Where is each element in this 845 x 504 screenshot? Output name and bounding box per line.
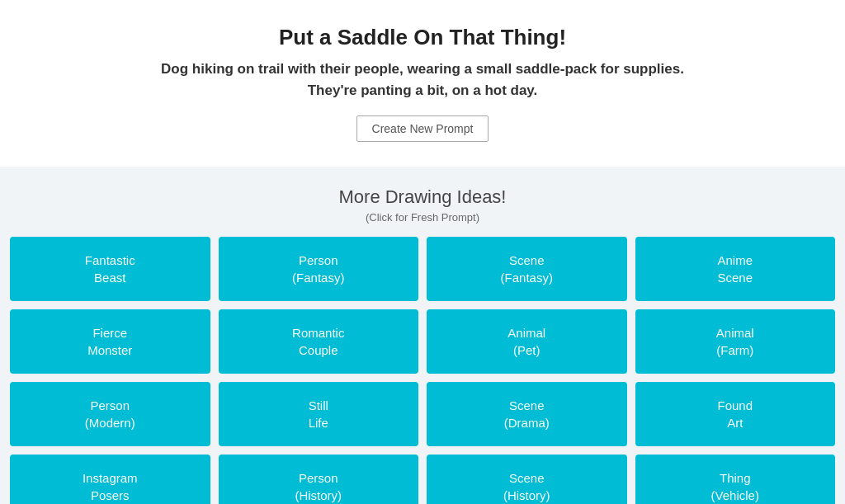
create-new-prompt-button[interactable]: Create New Prompt	[356, 115, 489, 142]
drawing-idea-item[interactable]: FoundArt	[635, 382, 836, 446]
drawing-ideas-title: More Drawing Ideas!	[10, 186, 835, 208]
drawing-idea-item[interactable]: Person(Modern)	[10, 382, 210, 446]
drawing-idea-item[interactable]: FierceMonster	[10, 309, 210, 374]
drawing-idea-item[interactable]: Animal(Pet)	[427, 309, 627, 374]
main-title: Put a Saddle On That Thing!	[17, 25, 828, 50]
drawing-idea-item[interactable]: Animal(Farm)	[635, 309, 836, 374]
drawing-ideas-grid: FantasticBeastPerson(Fantasy)Scene(Fanta…	[10, 237, 835, 504]
subtitle-line2: They're panting a bit, on a hot day.	[308, 82, 538, 98]
drawing-idea-item[interactable]: Scene(Fantasy)	[427, 237, 627, 301]
drawing-idea-item[interactable]: AnimeScene	[635, 237, 836, 301]
drawing-ideas-section: More Drawing Ideas! (Click for Fresh Pro…	[0, 167, 845, 504]
drawing-idea-item[interactable]: Scene(Drama)	[427, 382, 627, 446]
drawing-idea-item[interactable]: StillLife	[219, 382, 419, 446]
drawing-idea-item[interactable]: Thing(Vehicle)	[635, 455, 836, 504]
click-hint: (Click for Fresh Prompt)	[10, 211, 835, 224]
drawing-idea-item[interactable]: Scene(History)	[427, 455, 627, 504]
subtitle-line1: Dog hiking on trail with their people, w…	[161, 61, 684, 77]
drawing-idea-item[interactable]: InstagramPosers	[10, 455, 210, 504]
drawing-idea-item[interactable]: FantasticBeast	[10, 237, 210, 301]
drawing-idea-item[interactable]: Person(Fantasy)	[219, 237, 419, 301]
top-section: Put a Saddle On That Thing! Dog hiking o…	[0, 0, 845, 167]
drawing-idea-item[interactable]: RomanticCouple	[219, 309, 419, 374]
drawing-idea-item[interactable]: Person(History)	[219, 455, 419, 504]
subtitle: Dog hiking on trail with their people, w…	[17, 59, 828, 101]
